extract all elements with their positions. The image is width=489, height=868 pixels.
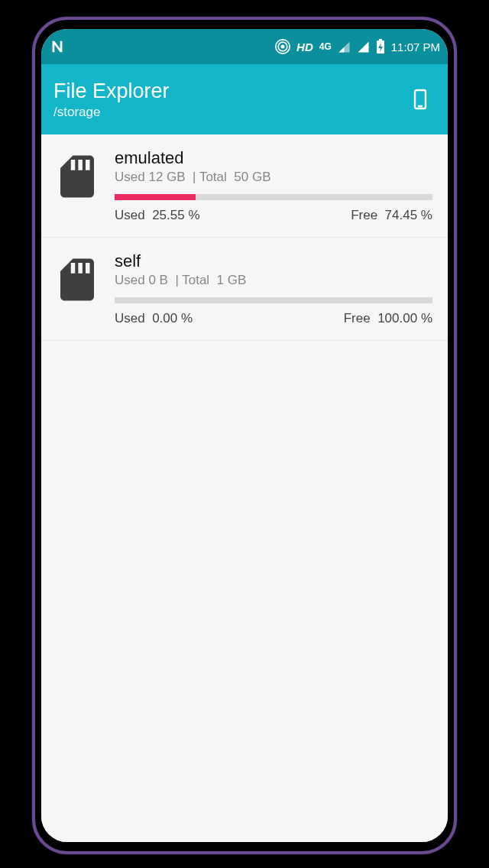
volume-meta: Used 0 B | Total 1 GB [115, 273, 432, 288]
svg-rect-12 [86, 263, 90, 274]
free-pct: Free 100.00 % [344, 311, 432, 326]
network-type: 4G [319, 41, 332, 52]
app-title: File Explorer [53, 79, 405, 103]
signal-icon-2 [357, 40, 370, 53]
signal-icon-1 [338, 40, 351, 53]
volume-meta: Used 12 GB | Total 50 GB [115, 170, 432, 185]
svg-rect-9 [86, 160, 90, 170]
volume-name: self [115, 251, 432, 271]
usage-bar [115, 297, 432, 303]
usage-bar-fill [115, 194, 196, 200]
svg-rect-4 [379, 39, 382, 40]
usage-bar [115, 194, 432, 200]
status-bar: HD 4G 11:07 PM [41, 29, 448, 64]
free-pct: Free 74.45 % [351, 208, 432, 223]
current-path: /storage [53, 105, 405, 120]
sd-card-icon [52, 151, 102, 202]
info-icon [411, 88, 429, 111]
svg-point-0 [281, 45, 285, 49]
android-n-icon [49, 38, 66, 55]
svg-rect-8 [78, 160, 83, 170]
volume-list: emulated Used 12 GB | Total 50 GB Used 2… [41, 134, 448, 842]
svg-rect-7 [71, 160, 76, 170]
sd-card-icon [52, 254, 102, 305]
volume-row[interactable]: emulated Used 12 GB | Total 50 GB Used 2… [41, 134, 448, 238]
clock: 11:07 PM [391, 40, 440, 53]
used-pct: Used 25.55 % [115, 208, 200, 223]
app-bar: File Explorer /storage [41, 64, 448, 134]
volume-row[interactable]: self Used 0 B | Total 1 GB Used 0.00 % F… [41, 238, 448, 341]
volume-name: emulated [115, 148, 432, 168]
info-button[interactable] [405, 84, 436, 115]
hd-indicator: HD [296, 40, 313, 53]
battery-icon [376, 39, 385, 54]
svg-rect-10 [71, 263, 76, 274]
used-pct: Used 0.00 % [115, 311, 193, 326]
svg-rect-11 [78, 263, 83, 274]
cast-icon [275, 39, 290, 54]
